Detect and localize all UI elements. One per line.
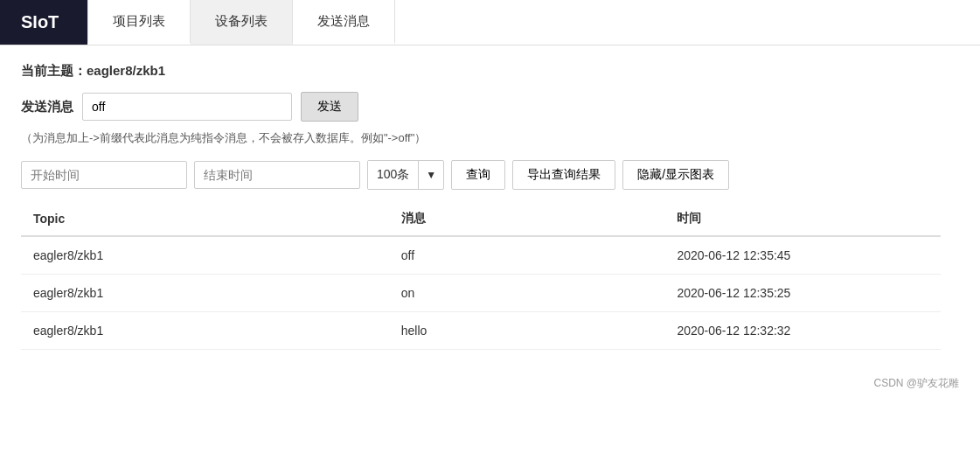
toggle-chart-button[interactable]: 隐藏/显示图表	[622, 160, 729, 190]
cell-message: off	[389, 236, 665, 275]
chevron-down-icon[interactable]: ▼	[419, 163, 443, 187]
nav-tabs: 项目列表 设备列表 发送消息	[87, 0, 395, 45]
col-header-time: 时间	[664, 202, 941, 236]
cell-topic: eagler8/zkb1	[21, 236, 389, 275]
table-header-row: Topic 消息 时间	[21, 202, 941, 236]
cell-time: 2020-06-12 12:35:25	[664, 275, 941, 312]
start-time-input[interactable]	[21, 161, 187, 189]
current-topic-label: 当前主题：eagler8/zkb1	[21, 63, 941, 80]
send-button[interactable]: 发送	[301, 92, 358, 122]
query-button[interactable]: 查询	[451, 160, 505, 190]
col-header-message: 消息	[389, 202, 665, 236]
count-value: 100条	[368, 161, 419, 189]
cell-topic: eagler8/zkb1	[21, 312, 389, 350]
cell-message: on	[389, 275, 665, 312]
send-label: 发送消息	[21, 99, 73, 115]
count-select[interactable]: 100条 ▼	[367, 160, 444, 190]
table-row: eagler8/zkb1on2020-06-12 12:35:25	[21, 275, 941, 312]
data-table: Topic 消息 时间 eagler8/zkb1off2020-06-12 12…	[21, 202, 941, 350]
tab-projects[interactable]: 项目列表	[87, 0, 191, 45]
footer: CSDN @驴友花雕	[0, 367, 980, 400]
table-row: eagler8/zkb1hello2020-06-12 12:32:32	[21, 312, 941, 350]
cell-topic: eagler8/zkb1	[21, 275, 389, 312]
tab-devices[interactable]: 设备列表	[191, 0, 293, 45]
send-row: 发送消息 发送	[21, 92, 941, 122]
filter-row: 100条 ▼ 查询 导出查询结果 隐藏/显示图表	[21, 160, 941, 190]
hint-text: （为消息加上->前缀代表此消息为纯指令消息，不会被存入数据库。例如"->off"…	[21, 130, 941, 146]
main-content: 当前主题：eagler8/zkb1 发送消息 发送 （为消息加上->前缀代表此消…	[0, 45, 962, 367]
cell-time: 2020-06-12 12:35:45	[664, 236, 941, 275]
end-time-input[interactable]	[194, 161, 360, 189]
app-logo: SIoT	[0, 0, 87, 45]
header: SIoT 项目列表 设备列表 发送消息	[0, 0, 980, 45]
col-header-topic: Topic	[21, 202, 389, 236]
table-row: eagler8/zkb1off2020-06-12 12:35:45	[21, 236, 941, 275]
message-input[interactable]	[82, 93, 292, 121]
export-button[interactable]: 导出查询结果	[512, 160, 615, 190]
cell-message: hello	[389, 312, 665, 350]
cell-time: 2020-06-12 12:32:32	[664, 312, 941, 350]
tab-send-message[interactable]: 发送消息	[293, 0, 395, 45]
